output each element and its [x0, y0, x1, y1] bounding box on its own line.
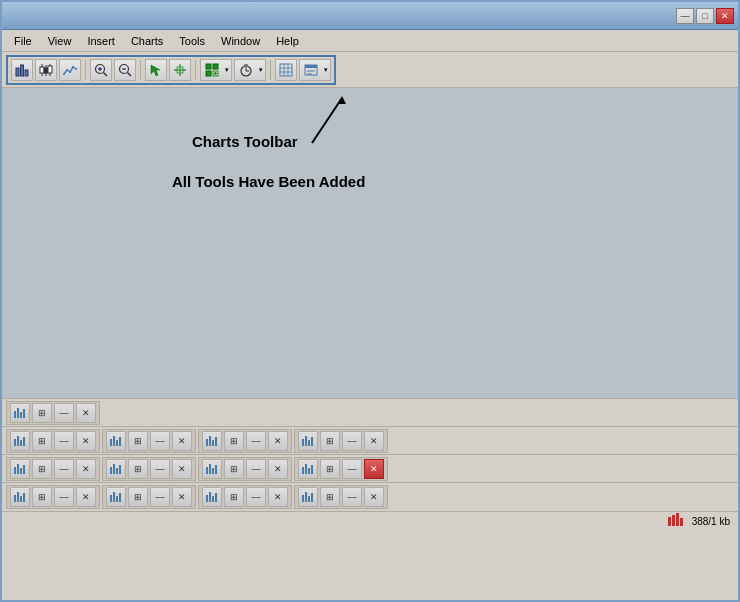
panel-close-r4-4[interactable]: ✕ — [364, 487, 384, 507]
menu-tools[interactable]: Tools — [171, 33, 213, 49]
panel-restore-r4-2[interactable]: ⊞ — [128, 487, 148, 507]
panel-restore-r2-2[interactable]: ⊞ — [128, 431, 148, 451]
panel-min-r2-4[interactable]: — — [342, 431, 362, 451]
bar-chart-button[interactable] — [11, 59, 33, 81]
menu-view[interactable]: View — [40, 33, 80, 49]
timer-dropdown[interactable]: ▾ — [256, 59, 266, 81]
panel-restore-r4-4[interactable]: ⊞ — [320, 487, 340, 507]
panel-chart-r3-1[interactable] — [10, 459, 30, 479]
panel-close-r3-1[interactable]: ✕ — [76, 459, 96, 479]
timer-button[interactable] — [234, 59, 256, 81]
svg-rect-58 — [206, 439, 208, 446]
svg-rect-77 — [215, 465, 217, 474]
panel-close-r3-3[interactable]: ✕ — [268, 459, 288, 479]
svg-rect-26 — [213, 64, 218, 69]
crosshair-button[interactable] — [169, 59, 191, 81]
panel-chart-r2-4[interactable] — [298, 431, 318, 451]
panel-close-r2-2[interactable]: ✕ — [172, 431, 192, 451]
candle-chart-button[interactable] — [35, 59, 57, 81]
svg-rect-53 — [23, 437, 25, 446]
panel-chart-r3-2[interactable] — [106, 459, 126, 479]
panel-chart-r4-3[interactable] — [202, 487, 222, 507]
panel-close-r3-2[interactable]: ✕ — [172, 459, 192, 479]
panel-chart-r3-3[interactable] — [202, 459, 222, 479]
svg-rect-80 — [308, 468, 310, 474]
add-chart-dropdown[interactable]: ▾ — [222, 59, 232, 81]
panel-chart-r2-1[interactable] — [10, 431, 30, 451]
panel-restore-r2-4[interactable]: ⊞ — [320, 431, 340, 451]
menu-file[interactable]: File — [6, 33, 40, 49]
panel-close-r4-2[interactable]: ✕ — [172, 487, 192, 507]
panel-min-r4-1[interactable]: — — [54, 487, 74, 507]
zoom-out-button[interactable] — [114, 59, 136, 81]
svg-rect-62 — [302, 439, 304, 446]
svg-rect-54 — [110, 439, 112, 446]
annotation-arrow — [2, 88, 738, 398]
panel-close-r4-1[interactable]: ✕ — [76, 487, 96, 507]
svg-point-10 — [66, 69, 68, 71]
svg-line-20 — [128, 72, 132, 76]
panel-chart-r4-1[interactable] — [10, 487, 30, 507]
panel-close-r4-3[interactable]: ✕ — [268, 487, 288, 507]
close-button[interactable]: ✕ — [716, 8, 734, 24]
panel-chart-r3-4[interactable] — [298, 459, 318, 479]
panel-close-r2-1[interactable]: ✕ — [76, 431, 96, 451]
panel-min-r3-3[interactable]: — — [246, 459, 266, 479]
panel-restore-r1[interactable]: ⊞ — [32, 403, 52, 423]
panel-chart-r4-4[interactable] — [298, 487, 318, 507]
add-chart-group: ▾ — [200, 59, 232, 81]
svg-rect-4 — [40, 67, 44, 73]
grid-button[interactable] — [275, 59, 297, 81]
panel-chart-r2-2[interactable] — [106, 431, 126, 451]
panel-min-r4-3[interactable]: — — [246, 487, 266, 507]
panel-restore-r4-1[interactable]: ⊞ — [32, 487, 52, 507]
svg-rect-97 — [311, 493, 313, 502]
panel-min-r3-2[interactable]: — — [150, 459, 170, 479]
svg-line-17 — [104, 72, 108, 76]
template-dropdown[interactable]: ▾ — [321, 59, 331, 81]
maximize-button[interactable]: □ — [696, 8, 714, 24]
panel-close-r2-3[interactable]: ✕ — [268, 431, 288, 451]
panel-min-r2-3[interactable]: — — [246, 431, 266, 451]
panel-restore-r4-3[interactable]: ⊞ — [224, 487, 244, 507]
minimize-button[interactable]: — — [676, 8, 694, 24]
panel-close-r1[interactable]: ✕ — [76, 403, 96, 423]
panel-restore-r3-2[interactable]: ⊞ — [128, 459, 148, 479]
panel-chart-r4-2[interactable] — [106, 487, 126, 507]
panel-close-r2-4[interactable]: ✕ — [364, 431, 384, 451]
panel-min-r3-1[interactable]: — — [54, 459, 74, 479]
menu-insert[interactable]: Insert — [79, 33, 123, 49]
panel-min-r4-2[interactable]: — — [150, 487, 170, 507]
zoom-in-button[interactable] — [90, 59, 112, 81]
panel-min-r4-4[interactable]: — — [342, 487, 362, 507]
template-button[interactable] — [299, 59, 321, 81]
menu-charts[interactable]: Charts — [123, 33, 171, 49]
panel-restore-r3-3[interactable]: ⊞ — [224, 459, 244, 479]
svg-rect-25 — [206, 64, 211, 69]
panel-close-r3-4-red[interactable]: ✕ — [364, 459, 384, 479]
cursor-button[interactable] — [145, 59, 167, 81]
panel-group-r4-3: ⊞ — ✕ — [198, 485, 292, 509]
panel-restore-r3-1[interactable]: ⊞ — [32, 459, 52, 479]
panel-restore-r2-1[interactable]: ⊞ — [32, 431, 52, 451]
panel-min-r3-4[interactable]: — — [342, 459, 362, 479]
svg-rect-93 — [215, 493, 217, 502]
panel-min-r2-1[interactable]: — — [54, 431, 74, 451]
menu-help[interactable]: Help — [268, 33, 307, 49]
main-content: Charts Toolbar All Tools Have Been Added — [2, 88, 738, 398]
panel-minimize-r1[interactable]: — — [54, 403, 74, 423]
svg-rect-95 — [305, 492, 307, 502]
panel-restore-r3-4[interactable]: ⊞ — [320, 459, 340, 479]
panel-chart-r2-3[interactable] — [202, 431, 222, 451]
line-chart-button[interactable] — [59, 59, 81, 81]
menu-window[interactable]: Window — [213, 33, 268, 49]
panel-restore-r2-3[interactable]: ⊞ — [224, 431, 244, 451]
panel-group-r4-1: ⊞ — ✕ — [6, 485, 100, 509]
svg-rect-65 — [311, 437, 313, 446]
add-chart-button[interactable] — [200, 59, 222, 81]
svg-rect-85 — [23, 493, 25, 502]
panel-min-r2-2[interactable]: — — [150, 431, 170, 451]
svg-rect-83 — [17, 492, 19, 502]
svg-rect-86 — [110, 495, 112, 502]
panel-chart-icon-r1[interactable] — [10, 403, 30, 423]
